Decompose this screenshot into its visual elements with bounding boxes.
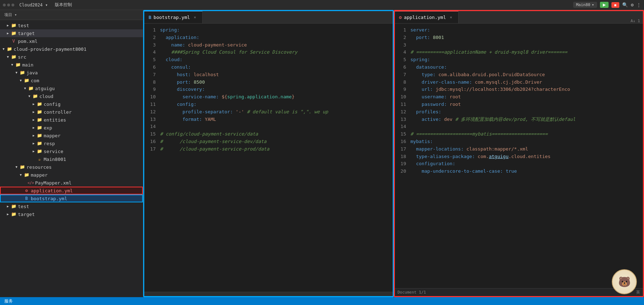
scrollbar-left[interactable] bbox=[144, 292, 393, 296]
tab-icon-application: ⚙ bbox=[399, 15, 402, 20]
mascot: 🐻 bbox=[612, 269, 637, 294]
arrow-target2: ▶ bbox=[6, 212, 10, 216]
label-src: src bbox=[18, 54, 26, 60]
file-icon-bootstrap-yml: B bbox=[24, 196, 29, 201]
editor-right: ⚙ application.yml × A↓ 1 12345 678910 11… bbox=[394, 10, 644, 297]
folder-icon-entities: 📁 bbox=[37, 117, 42, 123]
arrow-src: ▼ bbox=[6, 55, 10, 59]
main-layout: 项目 ▾ ▶ 📁 test ▶ 📁 target V pom.xml ▼ 📁 bbox=[0, 10, 644, 297]
dot2 bbox=[7, 4, 10, 6]
label-config: config bbox=[44, 102, 60, 107]
tree-item-bootstrap-yml[interactable]: B bootstrap.yml bbox=[0, 195, 143, 202]
tree-item-payment8001[interactable]: ▼ 📁 cloud-provider-payment8001 bbox=[0, 45, 143, 53]
tree-item-mapper[interactable]: ▶ 📁 mapper bbox=[0, 132, 143, 139]
file-icon-paymapper: </> bbox=[28, 180, 34, 186]
arrow-payment8001: ▼ bbox=[1, 47, 6, 51]
tree-item-main8001[interactable]: ☕ Main8001 bbox=[0, 155, 143, 163]
label-target2: target bbox=[18, 212, 35, 217]
folder-icon-payment8001: 📁 bbox=[6, 46, 12, 52]
tree-item-resources[interactable]: ▼ 📁 resources bbox=[0, 163, 143, 171]
top-bar-right: Main80 ▾ ▶ ■ 🔍 ⚙ ⋮ bbox=[573, 2, 641, 8]
arrow-service: ▶ bbox=[32, 149, 36, 153]
tab-label-application: application.yml bbox=[404, 15, 446, 20]
file-icon-pom: V bbox=[11, 38, 16, 44]
status-bar: 服务 bbox=[0, 297, 644, 305]
arrow-atguigu: ▼ bbox=[23, 86, 27, 90]
tab-bootstrap[interactable]: B bootstrap.yml × bbox=[144, 11, 203, 23]
folder-icon-controller: 📁 bbox=[37, 109, 42, 115]
arrow-target: ▶ bbox=[6, 31, 10, 35]
menu-item-vcs[interactable]: 版本控制 bbox=[53, 1, 74, 9]
more-icon[interactable]: ⋮ bbox=[636, 2, 641, 8]
sidebar: 项目 ▾ ▶ 📁 test ▶ 📁 target V pom.xml ▼ 📁 bbox=[0, 10, 143, 297]
editor-body-left: 12345 678910 1112131415 1617 spring: app… bbox=[144, 24, 393, 292]
arrow-com: ▼ bbox=[19, 78, 23, 83]
tree-item-test[interactable]: ▶ 📁 test bbox=[0, 21, 143, 29]
folder-icon-resp: 📁 bbox=[37, 141, 42, 146]
arrow-main8001 bbox=[32, 157, 36, 161]
arrow-mapper: ▶ bbox=[32, 133, 36, 138]
tree-item-target2[interactable]: ▶ 📁 target bbox=[0, 210, 143, 218]
arrow-cloud: ▼ bbox=[27, 94, 32, 98]
label-java: java bbox=[26, 70, 38, 75]
lang-label: 英 bbox=[636, 290, 640, 295]
arrow-paymapper bbox=[23, 181, 27, 185]
tree-item-config[interactable]: ▶ 📁 config bbox=[0, 100, 143, 108]
arrow-bootstrap-yml bbox=[19, 196, 23, 201]
folder-icon-service: 📁 bbox=[37, 148, 42, 154]
tab-icon-bootstrap: B bbox=[149, 15, 151, 20]
tab-application[interactable]: ⚙ application.yml × bbox=[395, 11, 459, 23]
stop-button[interactable]: ■ bbox=[611, 2, 620, 8]
label-main: main bbox=[22, 62, 33, 68]
arrow-config: ▶ bbox=[32, 102, 36, 106]
doc-info-text: Document 1/1 bbox=[398, 290, 426, 295]
label-bootstrap-yml: bootstrap.yml bbox=[31, 196, 67, 201]
tree-item-com[interactable]: ▼ 📁 com bbox=[0, 77, 143, 84]
code-left: spring: application: name: cloud-payment… bbox=[159, 24, 393, 292]
tree-item-paymapper[interactable]: </> PayMapper.xml bbox=[0, 179, 143, 187]
tree-item-entities[interactable]: ▶ 📁 entities bbox=[0, 116, 143, 124]
arrow-test2: ▶ bbox=[6, 204, 10, 208]
settings-icon[interactable]: ⚙ bbox=[631, 2, 634, 8]
folder-icon-mapper: 📁 bbox=[37, 133, 42, 138]
menu-item-cloud[interactable]: Cloud2024 ▾ bbox=[17, 2, 50, 8]
code-right: server: port: 8001 # ==========applicati… bbox=[409, 24, 643, 288]
folder-icon-test: 📁 bbox=[11, 23, 16, 28]
tree-item-cloud[interactable]: ▼ 📁 cloud bbox=[0, 92, 143, 100]
doc-info-bar: Document 1/1 英 bbox=[395, 288, 643, 296]
label-exp: exp bbox=[44, 125, 52, 131]
folder-icon-com: 📁 bbox=[24, 78, 29, 83]
arrow-application-yml bbox=[19, 188, 23, 193]
line-numbers-right: 12345 678910 1112131415 1617181920 bbox=[395, 24, 409, 288]
tree-item-main[interactable]: ▼ 📁 main bbox=[0, 61, 143, 69]
tab-close-bootstrap[interactable]: × bbox=[192, 15, 198, 20]
label-entities: entities bbox=[44, 117, 66, 123]
tree-item-target[interactable]: ▶ 📁 target bbox=[0, 29, 143, 37]
file-icon-main8001: ☕ bbox=[37, 156, 42, 162]
tree-item-pom[interactable]: V pom.xml bbox=[0, 37, 143, 45]
tab-close-application[interactable]: × bbox=[448, 15, 454, 20]
sidebar-tree: ▶ 📁 test ▶ 📁 target V pom.xml ▼ 📁 cloud-… bbox=[0, 20, 143, 297]
run-button[interactable]: ▶ bbox=[600, 2, 609, 8]
label-payment8001: cloud-provider-payment8001 bbox=[14, 46, 87, 52]
dot3 bbox=[11, 4, 14, 6]
tree-item-exp[interactable]: ▶ 📁 exp bbox=[0, 124, 143, 132]
search-icon[interactable]: 🔍 bbox=[622, 2, 628, 8]
tree-item-resp[interactable]: ▶ 📁 resp bbox=[0, 139, 143, 147]
label-application-yml: application.yml bbox=[31, 188, 73, 193]
tree-item-java[interactable]: ▼ 📁 java bbox=[0, 69, 143, 77]
branch-badge[interactable]: Main80 ▾ bbox=[573, 2, 597, 8]
tab-label-bootstrap: bootstrap.yml bbox=[154, 15, 190, 20]
tree-item-application-yml[interactable]: ⚙ application.yml bbox=[0, 187, 143, 195]
tree-item-atguigu[interactable]: ▼ 📁 atguigu bbox=[0, 84, 143, 92]
arrow-test: ▶ bbox=[6, 23, 10, 28]
tree-item-mapper-res[interactable]: ▼ 📁 mapper bbox=[0, 171, 143, 179]
folder-icon-main: 📁 bbox=[15, 62, 21, 68]
editor-split: B bootstrap.yml × 12345 678910 111213141… bbox=[143, 10, 644, 297]
top-bar: Cloud2024 ▾ 版本控制 Main80 ▾ ▶ ■ 🔍 ⚙ ⋮ bbox=[0, 0, 644, 10]
tree-item-controller[interactable]: ▶ 📁 controller bbox=[0, 108, 143, 116]
label-atguigu: atguigu bbox=[35, 86, 55, 91]
tree-item-src[interactable]: ▼ 📁 src bbox=[0, 53, 143, 61]
tree-item-test2[interactable]: ▶ 📁 test bbox=[0, 202, 143, 210]
tree-item-service[interactable]: ▶ 📁 service bbox=[0, 147, 143, 155]
